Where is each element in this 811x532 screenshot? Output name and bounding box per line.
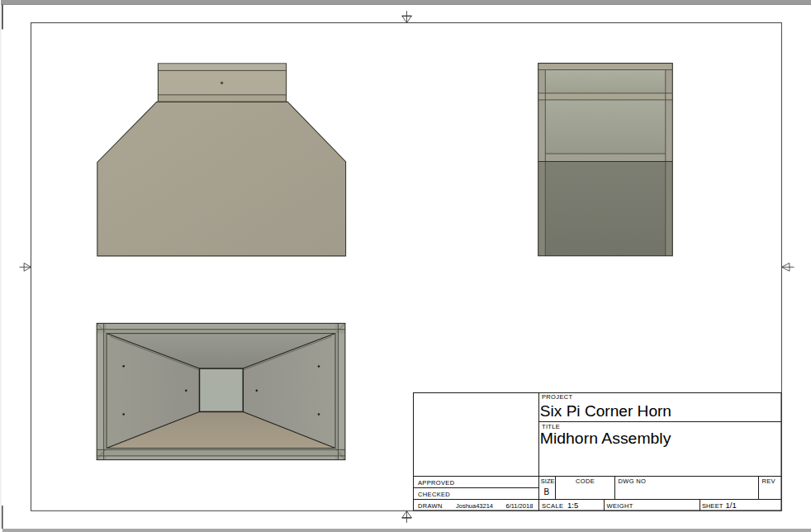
svg-text:1:5: 1:5	[567, 501, 578, 510]
svg-text:WEIGHT: WEIGHT	[607, 502, 633, 510]
svg-text:APPROVED: APPROVED	[418, 479, 455, 487]
svg-text:DWG NO: DWG NO	[619, 477, 647, 485]
svg-text:SHEET: SHEET	[702, 502, 723, 510]
svg-text:Joshua43214: Joshua43214	[456, 502, 493, 510]
svg-text:CODE: CODE	[576, 477, 595, 485]
svg-text:DRAWN: DRAWN	[418, 502, 443, 510]
svg-text:SCALE: SCALE	[542, 502, 563, 510]
svg-text:SIZE: SIZE	[541, 477, 555, 485]
svg-text:PROJECT: PROJECT	[542, 393, 573, 401]
svg-text:REV: REV	[762, 477, 775, 485]
svg-text:6/11/2018: 6/11/2018	[506, 502, 534, 510]
svg-text:1/1: 1/1	[726, 501, 737, 510]
svg-text:B: B	[543, 487, 549, 496]
svg-text:Midhorn Assembly: Midhorn Assembly	[540, 430, 671, 447]
svg-text:Six Pi Corner Horn: Six Pi Corner Horn	[540, 403, 671, 420]
svg-text:TITLE: TITLE	[542, 423, 560, 430]
svg-text:CHECKED: CHECKED	[418, 491, 450, 498]
